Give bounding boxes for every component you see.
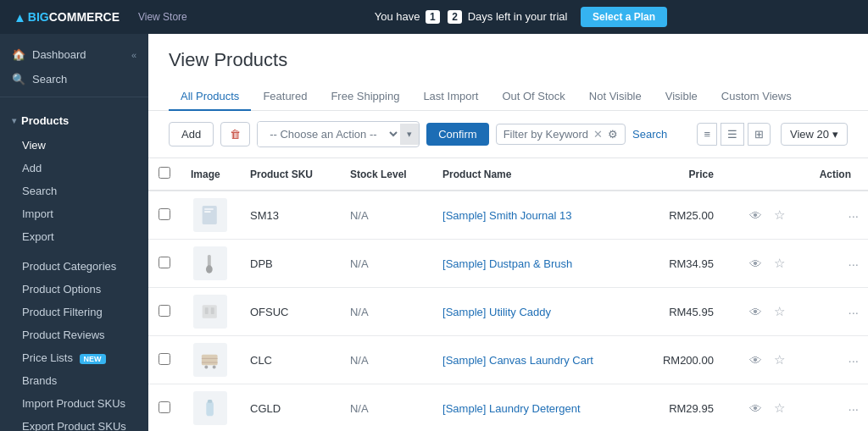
view-product-button[interactable]: 👁 bbox=[747, 351, 765, 369]
row-sku: CGLD bbox=[240, 384, 340, 432]
row-checkbox[interactable] bbox=[159, 353, 170, 365]
col-action: Action bbox=[798, 158, 868, 191]
sidebar-item-dashboard[interactable]: 🏠 Dashboard « bbox=[0, 42, 148, 67]
more-actions-button[interactable]: ··· bbox=[845, 351, 861, 369]
view-store-link[interactable]: View Store bbox=[138, 11, 187, 23]
row-image-cell bbox=[181, 191, 240, 240]
sidebar-item-product-reviews[interactable]: Product Reviews bbox=[0, 323, 148, 346]
row-checkbox[interactable] bbox=[159, 401, 170, 413]
row-stock: N/A bbox=[340, 240, 432, 288]
svg-rect-7 bbox=[211, 307, 214, 314]
tab-last-import[interactable]: Last Import bbox=[411, 83, 490, 111]
sidebar-products-header[interactable]: ▾ Products bbox=[0, 109, 148, 134]
delete-button[interactable]: 🗑 bbox=[220, 122, 250, 146]
sidebar-item-search[interactable]: Search bbox=[0, 180, 148, 202]
tab-all-products[interactable]: All Products bbox=[169, 83, 251, 111]
view-count-button[interactable]: View 20 ▾ bbox=[781, 123, 848, 146]
product-link[interactable]: [Sample] Smith Journal 13 bbox=[442, 209, 571, 222]
products-table-wrap: Image Product SKU Stock Level Product Na… bbox=[148, 158, 868, 431]
view-product-button[interactable]: 👁 bbox=[747, 303, 765, 321]
view-grid-button[interactable]: ⊞ bbox=[748, 123, 771, 146]
trial-day-1: 1 bbox=[426, 10, 440, 24]
row-name: [Sample] Utility Caddy bbox=[432, 288, 638, 336]
action-select-arrow-icon[interactable]: ▾ bbox=[400, 124, 419, 145]
star-product-button[interactable]: ☆ bbox=[771, 399, 787, 417]
sidebar-item-import[interactable]: Import bbox=[0, 202, 148, 225]
row-price: RM45.95 bbox=[638, 288, 724, 336]
sidebar-item-import-skus[interactable]: Import Product SKUs bbox=[0, 392, 148, 415]
collapse-icon[interactable]: « bbox=[131, 50, 136, 60]
row-checkbox-cell bbox=[148, 336, 181, 384]
filter-options-icon[interactable]: ⚙ bbox=[608, 128, 618, 141]
tab-not-visible[interactable]: Not Visible bbox=[577, 83, 654, 111]
row-checkbox[interactable] bbox=[159, 257, 170, 268]
row-more-actions: ··· bbox=[798, 336, 868, 384]
row-stock: N/A bbox=[340, 336, 432, 384]
tab-out-of-stock[interactable]: Out Of Stock bbox=[490, 83, 576, 111]
row-checkbox[interactable] bbox=[159, 305, 170, 317]
select-plan-button[interactable]: Select a Plan bbox=[581, 7, 667, 27]
filter-clear-icon[interactable]: ✕ bbox=[593, 128, 603, 141]
row-name: [Sample] Smith Journal 13 bbox=[432, 191, 638, 240]
star-product-button[interactable]: ☆ bbox=[771, 351, 787, 369]
table-row: CGLD N/A [Sample] Laundry Detergent RM29… bbox=[148, 384, 868, 432]
sidebar-item-product-options[interactable]: Product Options bbox=[0, 278, 148, 301]
product-link[interactable]: [Sample] Laundry Detergent bbox=[442, 402, 581, 415]
product-link[interactable]: [Sample] Dustpan & Brush bbox=[442, 257, 572, 270]
star-product-button[interactable]: ☆ bbox=[771, 302, 787, 321]
content-area: View Products All Products Featured Free… bbox=[148, 34, 868, 431]
product-image bbox=[193, 246, 227, 280]
arrow-icon: ▾ bbox=[12, 116, 16, 125]
confirm-button[interactable]: Confirm bbox=[426, 123, 489, 146]
sidebar-item-brands[interactable]: Brands bbox=[0, 369, 148, 392]
row-actions-icons: 👁 ☆ bbox=[724, 240, 798, 288]
action-select[interactable]: -- Choose an Action -- bbox=[258, 122, 400, 146]
row-more-actions: ··· bbox=[798, 288, 868, 336]
svg-rect-13 bbox=[206, 401, 214, 416]
view-list-compact-button[interactable]: ≡ bbox=[697, 123, 717, 146]
table-row: OFSUC N/A [Sample] Utility Caddy RM45.95… bbox=[148, 288, 868, 336]
product-link[interactable]: [Sample] Canvas Laundry Cart bbox=[442, 354, 593, 367]
star-product-button[interactable]: ☆ bbox=[771, 206, 787, 224]
more-actions-button[interactable]: ··· bbox=[845, 303, 861, 321]
sidebar-item-export-skus[interactable]: Export Product SKUs bbox=[0, 415, 148, 431]
search-icon: 🔍 bbox=[12, 73, 25, 86]
sidebar-item-export[interactable]: Export bbox=[0, 225, 148, 248]
product-link[interactable]: [Sample] Utility Caddy bbox=[442, 306, 551, 318]
view-product-button[interactable]: 👁 bbox=[747, 400, 765, 417]
more-actions-button[interactable]: ··· bbox=[845, 255, 861, 273]
row-sku: SM13 bbox=[240, 191, 340, 240]
tab-custom-views[interactable]: Custom Views bbox=[709, 83, 804, 111]
trial-banner: You have 1 2 Days left in your trial Sel… bbox=[187, 7, 854, 27]
row-price: RM25.00 bbox=[638, 191, 724, 240]
tab-visible[interactable]: Visible bbox=[654, 83, 709, 111]
col-image: Image bbox=[181, 158, 240, 191]
view-product-button[interactable]: 👁 bbox=[747, 207, 765, 224]
sidebar-item-add[interactable]: Add bbox=[0, 157, 148, 180]
logo: ▲ BIGCOMMERCE bbox=[14, 10, 120, 25]
sidebar-item-search[interactable]: 🔍 Search bbox=[0, 67, 148, 91]
col-stock: Stock Level bbox=[340, 158, 432, 191]
tab-featured[interactable]: Featured bbox=[251, 83, 319, 111]
logo-text: BIGCOMMERCE bbox=[28, 10, 120, 24]
more-actions-button[interactable]: ··· bbox=[845, 400, 861, 417]
add-button[interactable]: Add bbox=[169, 122, 214, 146]
row-more-actions: ··· bbox=[798, 384, 868, 432]
sidebar-item-product-categories[interactable]: Product Categories bbox=[0, 255, 148, 278]
view-list-button[interactable]: ☰ bbox=[721, 123, 744, 146]
sidebar-item-view[interactable]: View bbox=[0, 134, 148, 157]
row-checkbox-cell bbox=[148, 288, 181, 336]
main-layout: 🏠 Dashboard « 🔍 Search ▾ Products View A… bbox=[0, 34, 868, 431]
star-product-button[interactable]: ☆ bbox=[771, 254, 787, 273]
row-image-cell bbox=[181, 336, 240, 384]
row-checkbox-cell bbox=[148, 384, 181, 432]
more-actions-button[interactable]: ··· bbox=[845, 207, 861, 224]
tab-free-shipping[interactable]: Free Shipping bbox=[319, 83, 411, 111]
view-product-button[interactable]: 👁 bbox=[747, 255, 765, 273]
search-link[interactable]: Search bbox=[632, 128, 667, 141]
home-icon: 🏠 bbox=[12, 48, 25, 61]
select-all-checkbox[interactable] bbox=[159, 167, 170, 179]
row-checkbox[interactable] bbox=[159, 208, 170, 220]
sidebar-item-price-lists[interactable]: Price Lists NEW bbox=[0, 346, 148, 369]
sidebar-item-product-filtering[interactable]: Product Filtering bbox=[0, 301, 148, 323]
